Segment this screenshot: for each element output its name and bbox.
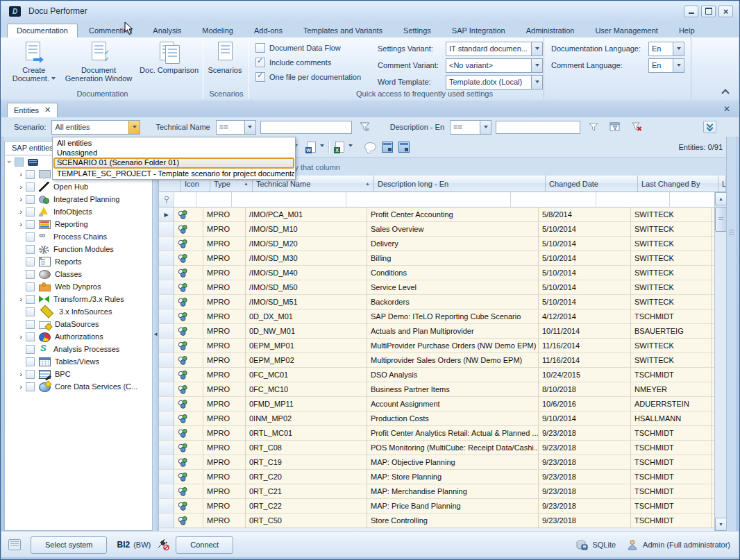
combo-dropdown-button[interactable] bbox=[531, 42, 542, 56]
scroll-down-button[interactable]: ▼ bbox=[715, 518, 727, 531]
expand-arrow-icon[interactable]: › bbox=[16, 382, 26, 391]
table-row[interactable]: ▶ MPRO 0RT_C50 Store Controlling bbox=[159, 514, 715, 528]
tree-checkbox[interactable] bbox=[26, 183, 35, 192]
expand-arrow-icon[interactable]: › bbox=[16, 195, 26, 203]
tree-checkbox[interactable] bbox=[26, 220, 35, 229]
save-layout-button[interactable] bbox=[382, 142, 393, 153]
tree-item[interactable]: › Reports bbox=[16, 255, 152, 268]
filter-cell[interactable] bbox=[196, 192, 232, 207]
apply-filter-button[interactable] bbox=[357, 119, 373, 135]
tree-item[interactable]: › Classes bbox=[16, 268, 152, 280]
tree-checkbox[interactable] bbox=[26, 295, 35, 304]
tree-item[interactable]: › Integrated Planning bbox=[16, 193, 152, 205]
ribbon-combo[interactable]: En bbox=[648, 42, 684, 56]
combo-dropdown-button[interactable] bbox=[673, 42, 684, 56]
expand-arrow-icon[interactable]: › bbox=[16, 170, 26, 178]
dropdown-item[interactable]: All entities bbox=[53, 138, 294, 148]
ribbon-checkbox-row[interactable]: One file per documentation bbox=[255, 72, 378, 82]
description-operator-combo[interactable]: == bbox=[450, 120, 491, 135]
tree-checkbox[interactable] bbox=[26, 332, 35, 341]
tree-item[interactable]: › Open Hub bbox=[16, 180, 152, 193]
checkbox-icon[interactable] bbox=[255, 72, 265, 82]
checkbox-icon[interactable] bbox=[255, 58, 265, 67]
table-row[interactable]: ▶ MPRO 0FC_MC10 Business Partner Item bbox=[159, 382, 715, 397]
scenarios-button[interactable]: Scenarios bbox=[203, 37, 246, 74]
tree-checkbox[interactable] bbox=[26, 257, 35, 266]
table-row[interactable]: ▶ MPRO /IMO/PCA_M01 Profit Center Acc bbox=[159, 207, 715, 222]
tree-checkbox[interactable] bbox=[26, 320, 35, 329]
document-generation-window-button[interactable]: ✓✓ DocumentGeneration Window bbox=[62, 37, 135, 83]
tree-item[interactable]: › InfoObjects bbox=[16, 205, 152, 218]
technical-name-filter-input[interactable] bbox=[260, 121, 352, 134]
ribbon-combo[interactable]: En bbox=[648, 58, 684, 73]
maximize-button[interactable] bbox=[701, 6, 716, 17]
ribbon-tab[interactable]: Modeling bbox=[192, 24, 243, 37]
ribbon-tab[interactable]: Documentation bbox=[7, 24, 78, 37]
tree-item[interactable]: › Authorizations bbox=[16, 330, 152, 343]
combo-dropdown-button[interactable] bbox=[531, 76, 542, 89]
dropdown-item[interactable]: TEMPLATE_SC_PROJECT - Template scenario … bbox=[53, 169, 294, 178]
create-document-button[interactable]: Create Document. bbox=[6, 37, 62, 83]
tree-checkbox[interactable] bbox=[26, 170, 35, 179]
close-tab-icon[interactable]: ✕ bbox=[44, 105, 51, 114]
ribbon-combo[interactable]: IT standard documen... bbox=[446, 42, 543, 56]
table-row[interactable]: ▶ MPRO 0EPM_MP01 MultiProvider Purcha bbox=[159, 339, 715, 353]
ribbon-tab[interactable]: Add-ons bbox=[244, 24, 292, 37]
filter-cell[interactable] bbox=[670, 192, 715, 207]
tree-checkbox[interactable] bbox=[26, 357, 35, 366]
tree-checkbox[interactable] bbox=[26, 282, 35, 291]
tree-checkbox[interactable] bbox=[26, 270, 35, 279]
tree-item[interactable]: › 3.x InfoSources bbox=[16, 305, 152, 318]
header-last-changed-by[interactable]: Last Changed By bbox=[638, 176, 718, 192]
tree-checkbox[interactable] bbox=[26, 382, 35, 391]
table-row[interactable]: ▶ MPRO 0RTL_MC01 Profit Center Analyt bbox=[159, 426, 715, 441]
combo-dropdown-button[interactable] bbox=[244, 121, 255, 134]
table-row[interactable]: ▶ MPRO 0EPM_MP02 Multiprovider Sales bbox=[159, 353, 715, 368]
scrollbar-thumb[interactable] bbox=[715, 207, 727, 232]
table-row[interactable]: ▶ MPRO /IMO/SD_M10 Sales Overview bbox=[159, 222, 715, 237]
scenario-dropdown-button[interactable] bbox=[128, 121, 140, 134]
tree-checkbox[interactable] bbox=[26, 370, 35, 379]
tree-checkbox[interactable] bbox=[26, 245, 35, 254]
ribbon-tab[interactable]: Templates and Variants bbox=[294, 24, 392, 37]
close-button[interactable]: × bbox=[718, 6, 733, 17]
ribbon-tab[interactable]: Settings bbox=[394, 24, 441, 37]
filter-button[interactable] bbox=[585, 119, 602, 135]
table-row[interactable]: ▶ MPRO /IMO/SD_M20 Delivery bbox=[159, 237, 715, 251]
ribbon-checkbox-row[interactable]: Document Data Flow bbox=[255, 43, 378, 53]
tree-item[interactable]: › Core Data Services (C... bbox=[16, 380, 152, 393]
right-edge-splitter[interactable] bbox=[726, 137, 736, 531]
tab-entities[interactable]: Entities ✕ bbox=[7, 103, 58, 117]
tree-item[interactable]: › Analysis Processes bbox=[16, 343, 152, 355]
table-row[interactable]: ▶ MPRO /IMO/SD_M50 Service Level bbox=[159, 280, 715, 295]
tree-checkbox[interactable] bbox=[26, 307, 35, 316]
header-last-doc[interactable]: Last doc. bbox=[718, 176, 726, 192]
ribbon-tab[interactable]: SAP Integration bbox=[442, 24, 515, 37]
tree-item[interactable]: › Reporting bbox=[16, 218, 152, 230]
expand-arrow-icon[interactable]: › bbox=[16, 295, 26, 303]
expand-arrow-icon[interactable]: › bbox=[16, 332, 26, 341]
minimize-button[interactable] bbox=[684, 6, 698, 17]
export-excel-button[interactable]: X bbox=[333, 142, 353, 153]
header-changed-date[interactable]: Changed Date bbox=[546, 176, 638, 192]
scenario-combo[interactable]: All entities bbox=[51, 120, 140, 135]
filter-editor-button[interactable] bbox=[607, 119, 623, 135]
tree-checkbox[interactable] bbox=[26, 207, 35, 217]
tree-checkbox[interactable] bbox=[26, 195, 35, 204]
table-row[interactable]: ▶ MPRO 0RT_C20 MAP: Store Planning bbox=[159, 470, 715, 484]
tree-item[interactable]: › Web Dynpros bbox=[16, 280, 152, 293]
table-row[interactable]: ▶ MPRO /IMO/SD_M40 Conditions bbox=[159, 266, 715, 280]
expand-arrow-icon[interactable]: › bbox=[6, 157, 14, 167]
vertical-scrollbar[interactable]: ▲ ▼ bbox=[714, 192, 727, 531]
expand-arrow-icon[interactable]: › bbox=[16, 207, 26, 216]
ribbon-tab[interactable]: Help bbox=[669, 24, 705, 37]
checkbox-icon[interactable] bbox=[255, 43, 265, 53]
table-row[interactable]: ▶ MPRO 0RT_C19 MAP: Objective Plannin bbox=[159, 455, 715, 470]
combo-dropdown-button[interactable] bbox=[531, 59, 542, 72]
dropdown-item[interactable]: Unassigned bbox=[53, 148, 294, 158]
table-row[interactable]: ▶ MPRO /IMO/SD_M30 Billing bbox=[159, 251, 715, 266]
tree-item[interactable]: › DataSources bbox=[16, 318, 152, 330]
collapse-ribbon-button[interactable] bbox=[721, 87, 730, 96]
table-row[interactable]: ▶ MPRO 0FC_MC01 DSO Analysis bbox=[159, 368, 715, 382]
dropdown-item[interactable]: SCENARIO 01 (Scenario Folder 01) bbox=[53, 158, 294, 169]
